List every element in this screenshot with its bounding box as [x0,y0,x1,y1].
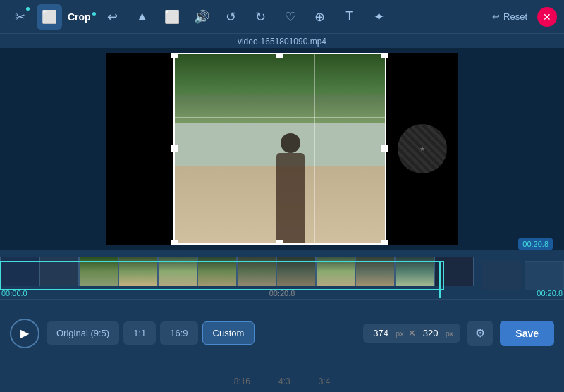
timeline-container: 00:00.0 00:20.8 00:20.8 [0,250,564,299]
timeline-thumb-3 [79,257,118,286]
timeline-timestamps: 00:00.0 00:20.8 00:20.8 [0,286,564,299]
speed-icon: ↻ [255,9,266,25]
ratio-custom-button[interactable]: Custom [202,321,255,345]
ratio-original-button[interactable]: Original (9:5) [47,321,119,345]
sub-ratio-43: 4:3 [278,376,290,386]
timeline-thumb-1 [0,257,39,286]
bottom-controls: ▶ Original (9:5) 1:1 16:9 Custom 374 px … [0,299,564,367]
overlay-icon: ⊕ [314,9,325,25]
speed-tool[interactable]: ↻ [248,4,274,30]
close-button[interactable]: ✕ [537,7,557,27]
filename: video-1651801090.mp4 [0,34,564,48]
text-tool[interactable]: T [337,4,362,30]
timeline-thumb-4 [118,257,158,286]
close-icon: ✕ [543,11,551,23]
px-cross: ✕ [408,328,416,338]
rotate-icon: ↺ [226,9,236,25]
px-unit-1: px [396,329,404,338]
timestamp-mid: 00:20.8 [269,289,295,298]
blackbar-left [106,53,173,245]
frame-tool[interactable]: ⬜ [159,4,185,30]
effects-icon: ✦ [374,9,384,25]
save-button[interactable]: Save [500,321,554,346]
undo-tool[interactable]: ↩ [100,4,125,30]
overlay-tool[interactable]: ⊕ [307,4,333,30]
crop-tool[interactable]: ⬜ [37,4,62,30]
timestamp-start: 00:00.0 [1,289,27,298]
timeline-thumb-11 [395,257,434,286]
sub-ratios: 8:16 4:3 3:4 [234,376,331,386]
timeline-thumb-2 [39,257,79,286]
rotate-tool[interactable]: ↺ [219,4,244,30]
timeline-thumb-7 [237,257,276,286]
toolbar: ✂ ⬜ Crop ↩ ▲ ⬜ 🔊 ↺ ↻ ♡ ⊕ T ✦ ↩ Reset ✕ [0,0,564,34]
reset-label: Reset [503,11,527,22]
px-inputs: 374 px ✕ 320 px [363,324,460,343]
heart-icon: ♡ [285,9,296,25]
timeline-thumb-6 [197,257,237,286]
undo-icon: ↩ [107,9,118,25]
mirror-icon: ▲ [136,9,149,24]
gear-icon: ⚙ [475,326,485,340]
timeline-thumb-8 [276,257,316,286]
px-height-value: 320 [420,328,441,338]
watermark-inner: ★ [398,124,447,173]
timeline-thumb-10 [355,257,395,286]
sub-ratio-816: 8:16 [234,376,250,386]
watermark: ★ [387,53,458,245]
heart-tool[interactable]: ♡ [278,4,303,30]
crop-label: Crop [68,11,91,23]
play-icon: ▶ [20,326,29,340]
timeline-thumb-5 [158,257,197,286]
video-content [173,53,386,245]
time-tooltip: 00:20.8 [518,238,553,250]
scissors-tool[interactable]: ✂ [7,4,32,30]
timeline-thumb-9 [316,257,355,286]
timeline-track [0,255,564,288]
audio-tool[interactable]: 🔊 [189,4,214,30]
effects-tool[interactable]: ✦ [367,4,392,30]
reset-icon: ↩ [492,11,500,22]
watermark-text: ★ [419,145,425,152]
frame-icon: ⬜ [164,9,180,25]
video-frame: ★ [106,53,458,245]
reset-button[interactable]: ↩ Reset [486,8,533,25]
crop-icon: ⬜ [42,9,57,25]
ratio-1-1-button[interactable]: 1:1 [123,321,156,345]
scissors-icon: ✂ [15,9,25,25]
ratio-16-9-button[interactable]: 16:9 [160,321,197,345]
timestamp-end: 00:20.8 [537,289,563,298]
px-width-value: 374 [370,328,391,338]
audio-icon: 🔊 [194,9,209,25]
sub-ratio-34: 3:4 [319,376,331,386]
gear-button[interactable]: ⚙ [467,321,493,346]
ratio-buttons: Original (9:5) 1:1 16:9 Custom [47,321,356,345]
timeline-thumb-12 [434,257,474,286]
text-icon: T [345,9,353,24]
px-unit-2: px [446,329,454,338]
canvas-area: ★ 00:20.8 [0,48,564,250]
timeline-thumbs [0,257,550,286]
mirror-tool[interactable]: ▲ [130,4,155,30]
play-button[interactable]: ▶ [10,319,39,348]
